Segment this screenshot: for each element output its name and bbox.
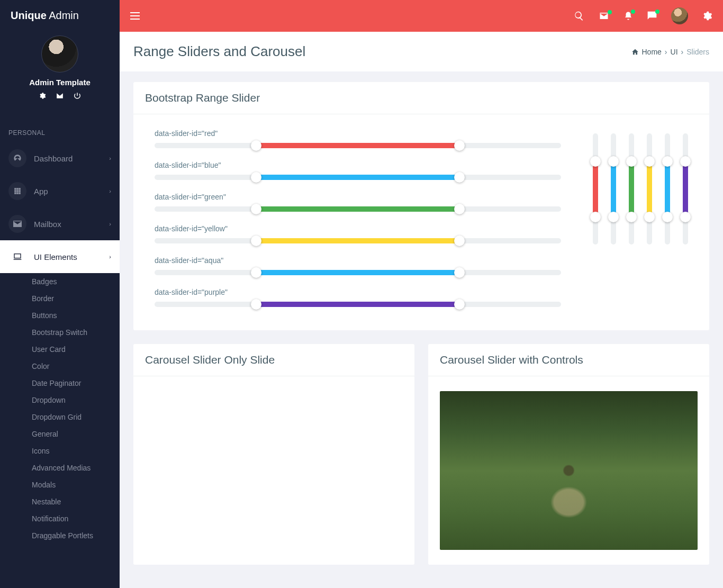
user-power-icon[interactable]: [74, 92, 81, 99]
sidebar-subitem-general[interactable]: General: [0, 426, 120, 442]
user-gear-icon[interactable]: [39, 92, 46, 99]
slider-handle-low[interactable]: [251, 172, 261, 183]
slider-handle-high[interactable]: [454, 267, 465, 278]
sidebar-subitem-color[interactable]: Color: [0, 358, 120, 375]
sidebar-subitem-bootstrap-switch[interactable]: Bootstrap Switch: [0, 324, 120, 341]
svg-rect-4: [16, 190, 19, 192]
sidebar-subitem-badges[interactable]: Badges: [0, 273, 120, 290]
sidebar-subitem-icons[interactable]: Icons: [0, 442, 120, 459]
svg-rect-3: [14, 190, 16, 192]
svg-rect-9: [14, 254, 21, 258]
slider-handle-low[interactable]: [644, 156, 655, 167]
topbar-avatar[interactable]: [671, 7, 688, 24]
slider-handle-low[interactable]: [608, 156, 619, 167]
carousel-image[interactable]: [440, 391, 698, 550]
sidebar-item-label: UI Elements: [34, 252, 77, 261]
slider-handle-high[interactable]: [454, 204, 465, 214]
breadcrumb-home[interactable]: Home: [642, 48, 662, 56]
vertical-slider[interactable]: [629, 133, 634, 245]
hamburger-icon[interactable]: [130, 12, 140, 20]
content-scroll[interactable]: Range Sliders and Carousel Home › UI › S…: [120, 32, 723, 588]
slider-group: data-slider-id="purple": [155, 288, 561, 307]
vertical-slider[interactable]: [611, 133, 616, 245]
sidebar-subitem-dropdown[interactable]: Dropdown: [0, 392, 120, 409]
slider-group: data-slider-id="yellow": [155, 224, 561, 243]
panel-header: Carousel Slider Only Slide: [133, 344, 414, 376]
brand-light: Admin: [49, 10, 79, 21]
slider-handle-high[interactable]: [454, 299, 465, 310]
slider-handle-low[interactable]: [251, 204, 261, 214]
content-body: Bootstrap Range Slider data-slider-id="r…: [120, 71, 723, 588]
chat-badge-dot: [655, 10, 659, 14]
vertical-slider[interactable]: [647, 133, 652, 245]
panel-header: Carousel Slider with Controls: [428, 344, 709, 376]
horizontal-slider[interactable]: [155, 238, 561, 243]
vertical-slider[interactable]: [665, 133, 670, 245]
breadcrumb-sep: ›: [665, 48, 667, 56]
gear-icon[interactable]: [702, 11, 712, 21]
vertical-slider[interactable]: [593, 133, 598, 245]
sidebar-subitem-draggable-portlets[interactable]: Draggable Portlets: [0, 527, 120, 544]
chevron-right-icon: ›: [109, 254, 111, 260]
panel-carousel-controls: Carousel Slider with Controls: [428, 344, 709, 565]
slider-handle-high[interactable]: [454, 140, 465, 151]
sidebar-subitem-notification[interactable]: Notification: [0, 510, 120, 527]
breadcrumb-ui[interactable]: UI: [671, 48, 678, 56]
horizontal-slider[interactable]: [155, 143, 561, 148]
slider-handle-high[interactable]: [454, 172, 465, 183]
brand-bold: Unique: [11, 10, 47, 21]
slider-handle-low[interactable]: [251, 267, 261, 278]
search-icon[interactable]: [574, 11, 584, 21]
panel-title: Carousel Slider Only Slide: [145, 354, 403, 366]
chevron-right-icon: ›: [109, 221, 111, 227]
sidebar-item-mailbox[interactable]: Mailbox›: [0, 207, 120, 240]
bell-icon[interactable]: [623, 11, 633, 21]
carousel-body: [133, 376, 414, 565]
sidebar-subitem-modals[interactable]: Modals: [0, 476, 120, 493]
brand-logo[interactable]: Unique Admin: [0, 0, 120, 31]
sidebar-item-app[interactable]: App›: [0, 175, 120, 207]
slider-handle-high[interactable]: [644, 212, 655, 222]
sidebar-subitem-nestable[interactable]: Nestable: [0, 493, 120, 510]
svg-rect-7: [16, 192, 19, 194]
slider-handle-high[interactable]: [662, 212, 673, 222]
svg-rect-5: [19, 190, 21, 192]
svg-rect-0: [14, 188, 16, 190]
user-name: Admin Template: [0, 78, 120, 87]
panel-title: Bootstrap Range Slider: [145, 92, 698, 104]
slider-fill: [593, 161, 598, 217]
horizontal-slider[interactable]: [155, 302, 561, 307]
slider-label: data-slider-id="blue": [155, 161, 561, 169]
slider-handle-high[interactable]: [680, 212, 691, 222]
slider-handle-high[interactable]: [626, 212, 637, 222]
sidebar-subitem-buttons[interactable]: Buttons: [0, 307, 120, 324]
user-mail-icon[interactable]: [56, 92, 64, 99]
slider-handle-high[interactable]: [590, 212, 601, 222]
sidebar-subitem-date-paginator[interactable]: Date Paginator: [0, 375, 120, 392]
sidebar-subitem-dropdown-grid[interactable]: Dropdown Grid: [0, 409, 120, 426]
slider-fill: [629, 161, 634, 217]
sidebar-subitem-user-card[interactable]: User Card: [0, 341, 120, 358]
slider-handle-low[interactable]: [680, 156, 691, 167]
user-avatar[interactable]: [41, 35, 78, 73]
sidebar-item-dashboard[interactable]: Dashboard›: [0, 142, 120, 175]
slider-fill: [256, 175, 459, 180]
sidebar-item-ui-elements[interactable]: UI Elements›: [0, 240, 120, 273]
sidebar-subitem-advanced-medias[interactable]: Advanced Medias: [0, 459, 120, 476]
chat-icon[interactable]: [647, 11, 657, 21]
vertical-slider[interactable]: [683, 133, 688, 245]
horizontal-slider[interactable]: [155, 206, 561, 212]
horizontal-slider[interactable]: [155, 270, 561, 275]
sidebar-subitem-border[interactable]: Border: [0, 290, 120, 307]
slider-handle-high[interactable]: [608, 212, 619, 222]
slider-handle-low[interactable]: [251, 236, 261, 246]
slider-handle-low[interactable]: [626, 156, 637, 167]
slider-handle-low[interactable]: [590, 156, 601, 167]
slider-handle-low[interactable]: [251, 299, 261, 310]
main-area: Range Sliders and Carousel Home › UI › S…: [120, 0, 723, 588]
mail-icon[interactable]: [598, 11, 610, 21]
slider-handle-low[interactable]: [662, 156, 673, 167]
horizontal-slider[interactable]: [155, 175, 561, 180]
slider-handle-low[interactable]: [251, 140, 261, 151]
slider-handle-high[interactable]: [454, 236, 465, 246]
